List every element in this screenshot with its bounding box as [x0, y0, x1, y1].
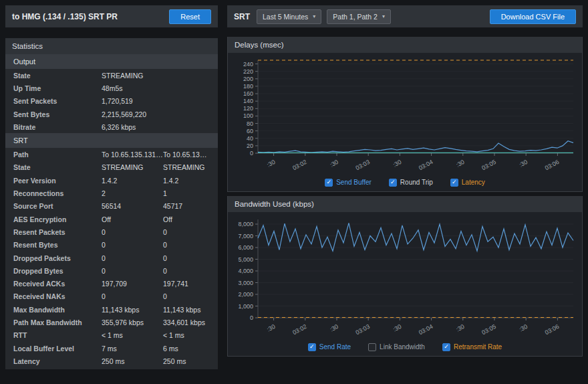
svg-text::30: :30 [455, 323, 466, 333]
stat-value: 6 ms [163, 345, 210, 353]
svg-text::30: :30 [518, 159, 529, 169]
stat-value: 197,741 [163, 280, 210, 288]
delays-chart-header: Delays (msec) [228, 37, 582, 53]
legend-label: Send Rate [319, 343, 351, 351]
svg-text:03:06: 03:06 [544, 159, 561, 171]
stat-label: Bitrate [13, 123, 102, 131]
legend-item-latency[interactable]: ✓Latency [450, 179, 485, 187]
stat-row: StateSTREAMINGSTREAMING [5, 161, 218, 174]
time-range-value: Last 5 Minutes [263, 13, 308, 21]
svg-text:03:04: 03:04 [418, 323, 434, 336]
legend-item-retransmit-rate[interactable]: ✓Retransmit Rate [442, 343, 502, 351]
stat-value: Off [102, 215, 163, 223]
svg-text:220: 220 [243, 68, 253, 75]
stat-label: Sent Bytes [13, 110, 102, 118]
statistics-panel: Statistics Output StateSTREAMINGUp Time4… [5, 38, 218, 369]
svg-text::30: :30 [266, 323, 277, 333]
stat-value: 355,976 kbps [102, 318, 163, 326]
path-select-value: Path 1, Path 2 [333, 13, 378, 21]
svg-text:03:05: 03:05 [480, 323, 497, 336]
svg-text:120: 120 [243, 105, 253, 112]
download-csv-button[interactable]: Download CSV File [490, 9, 576, 24]
svg-text:80: 80 [247, 120, 253, 127]
stat-label: State [13, 163, 102, 171]
checkbox-icon[interactable]: ✓ [325, 179, 333, 187]
svg-text:100: 100 [243, 112, 253, 119]
legend-item-round-trip[interactable]: ✓Round Trip [389, 179, 433, 187]
svg-text:03:02: 03:02 [291, 159, 308, 171]
checkbox-icon[interactable]: ✓ [389, 179, 397, 187]
stat-row: Reconnections21 [5, 187, 218, 199]
checkbox-icon[interactable]: ✓ [442, 343, 450, 351]
stat-label: Resent Packets [13, 228, 102, 236]
chart-canvas: 01,0002,0003,0004,0005,0006,0007,0008,00… [229, 213, 581, 338]
path-select[interactable]: Path 1, Path 2 ▾ [327, 9, 391, 24]
stat-label: Dropped Bytes [13, 267, 102, 275]
checkbox-icon[interactable]: ✓ [450, 179, 458, 187]
svg-text:03:05: 03:05 [480, 159, 497, 171]
stat-label: AES Encryption [13, 215, 102, 223]
checkbox-icon[interactable]: ✓ [308, 343, 316, 351]
stat-value: 0 [163, 292, 210, 300]
legend-label: Link Bandwidth [380, 343, 425, 351]
legend-item-link-bandwidth[interactable]: Link Bandwidth [368, 343, 425, 351]
stat-value: 197,709 [102, 280, 163, 288]
stat-value: 1.4.2 [102, 177, 163, 185]
stat-value: 0 [163, 241, 210, 249]
stat-value: 11,143 kbps [163, 306, 210, 314]
time-range-select[interactable]: Last 5 Minutes ▾ [257, 9, 321, 24]
stat-value: 0 [102, 228, 163, 236]
stat-row: Bitrate6,326 kbps [5, 120, 218, 133]
svg-text::30: :30 [518, 323, 529, 333]
chart-toolbar: SRT Last 5 Minutes ▾ Path 1, Path 2 ▾ Do… [227, 5, 583, 27]
stat-row: Sent Bytes2,215,569,220 [5, 108, 218, 120]
stat-label: Path Max Bandwidth [13, 318, 102, 326]
stat-label: Resent Bytes [13, 241, 102, 249]
svg-text:0: 0 [250, 314, 253, 321]
legend-label: Retransmit Rate [454, 343, 502, 351]
stat-label: Path [13, 151, 102, 159]
stat-value: 0 [102, 292, 163, 300]
svg-text:60: 60 [247, 128, 253, 134]
stat-label: Latency [13, 357, 102, 365]
stat-row: Local Buffer Level7 ms6 ms [5, 342, 218, 355]
stat-value: 0 [102, 254, 163, 262]
delays-chart-panel: Delays (msec) 02040608010012014016018020… [227, 37, 583, 192]
svg-text:03:02: 03:02 [291, 323, 308, 336]
delays-chart: 020406080100120140160180200220240:3003:0… [229, 54, 581, 173]
chart-canvas: 020406080100120140160180200220240:3003:0… [229, 54, 581, 173]
checkbox-icon[interactable] [368, 343, 376, 351]
stat-value: STREAMING [102, 163, 163, 171]
stat-value: 2,215,569,220 [102, 110, 210, 118]
stat-value: 0 [163, 228, 210, 236]
stat-label: Max Bandwidth [13, 306, 102, 314]
stat-value: 334,601 kbps [163, 318, 210, 326]
svg-text:03:06: 03:06 [544, 323, 561, 336]
stat-value: To 10.65.134.133 e... [163, 151, 210, 159]
stat-value: 0 [102, 241, 163, 249]
legend-item-send-rate[interactable]: ✓Send Rate [308, 343, 351, 351]
svg-text:20: 20 [247, 142, 253, 149]
output-rows: StateSTREAMINGUp Time48m5sSent Packets1,… [5, 69, 218, 133]
stat-value: 1.4.2 [163, 177, 210, 185]
stat-label: Reconnections [13, 189, 102, 197]
svg-text::30: :30 [266, 159, 277, 169]
reset-button[interactable]: Reset [169, 9, 211, 24]
svg-text:7,000: 7,000 [238, 233, 253, 239]
stat-value: STREAMING [163, 163, 210, 171]
stat-value: STREAMING [102, 72, 210, 80]
stat-label: Local Buffer Level [13, 345, 102, 353]
svg-text:180: 180 [243, 83, 253, 90]
svg-text:2,000: 2,000 [238, 291, 253, 298]
svg-text:240: 240 [243, 61, 253, 68]
stat-row: Up Time48m5s [5, 82, 218, 94]
legend-item-send-buffer[interactable]: ✓Send Buffer [325, 179, 372, 187]
stat-row: Dropped Packets00 [5, 252, 218, 264]
stat-value: 45717 [163, 202, 210, 210]
stat-row: Received NAKs00 [5, 290, 218, 303]
srt-section-header: SRT [5, 133, 218, 148]
stat-row: PathTo 10.65.135.131 e...To 10.65.134.13… [5, 148, 218, 161]
stat-value: 6,326 kbps [102, 123, 210, 131]
bandwidth-chart: 01,0002,0003,0004,0005,0006,0007,0008,00… [229, 213, 581, 338]
svg-text::30: :30 [392, 159, 403, 169]
